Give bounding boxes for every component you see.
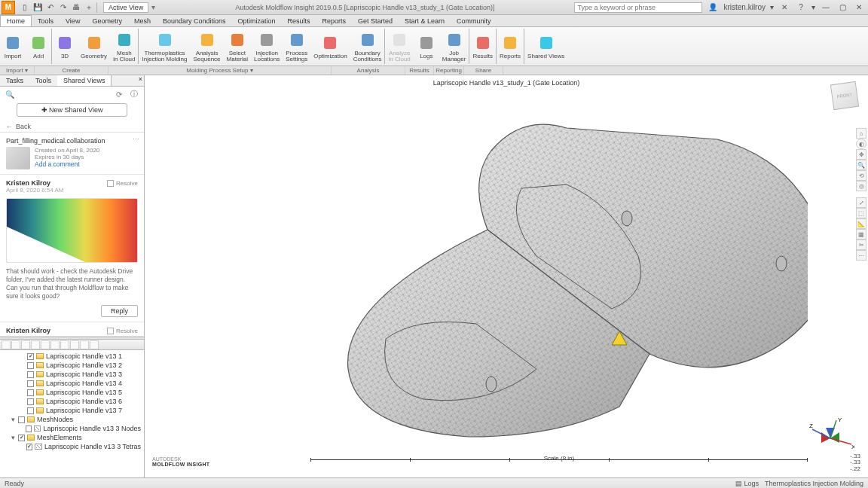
ribbon-logs-button[interactable]: Logs xyxy=(414,27,439,66)
tree-row[interactable]: Lapriscopic Handle v13 7 xyxy=(3,406,141,415)
wheel-icon[interactable]: ◐ xyxy=(856,139,866,149)
exchange-icon[interactable]: ✕ xyxy=(778,2,790,14)
menu-tab-view[interactable]: View xyxy=(60,15,86,26)
ribbon-bound-button[interactable]: BoundaryConditions xyxy=(350,27,385,66)
layer-checkbox[interactable]: ✔ xyxy=(27,353,34,360)
menu-tab-tools[interactable]: Tools xyxy=(32,15,60,26)
user-chevron-icon[interactable]: ▾ xyxy=(770,3,774,11)
tree-row[interactable]: ✔Lapriscopic Handle v13 1 xyxy=(3,352,141,361)
panel-tab-tasks[interactable]: Tasks xyxy=(0,75,29,86)
layer-tool-1[interactable] xyxy=(11,340,20,349)
zoom-icon[interactable]: 🔍 xyxy=(856,160,866,170)
ribbon-proc-button[interactable]: ProcessSettings xyxy=(283,27,310,66)
tree-row[interactable]: ▾MeshNodes xyxy=(3,415,141,424)
shared-view-item[interactable]: ⋯ Part_filling_medical.collaboration Cre… xyxy=(0,133,144,175)
close-icon[interactable]: ✕ xyxy=(853,2,865,14)
panel-close-icon[interactable]: × xyxy=(139,75,142,83)
signin-icon[interactable]: 👤 xyxy=(707,2,719,14)
plus-icon[interactable]: ＋ xyxy=(84,2,94,13)
layer-tool-3[interactable] xyxy=(31,340,40,349)
ribbon-group-results[interactable]: Results xyxy=(405,66,434,75)
layer-tool-7[interactable] xyxy=(70,340,79,349)
layer-tool-8[interactable] xyxy=(80,340,89,349)
add-comment-link[interactable]: Add a comment xyxy=(35,160,80,168)
menu-tab-reports[interactable]: Reports xyxy=(316,15,353,26)
tree-row[interactable]: Lapriscopic Handle v13 3 xyxy=(3,370,141,379)
tree-row[interactable]: ✔Lapriscopic Handle v13 3 Tetras xyxy=(3,442,141,451)
ribbon-group-analysis[interactable]: Analysis xyxy=(332,66,405,75)
menu-tab-boundary-conditions[interactable]: Boundary Conditions xyxy=(157,15,232,26)
menu-tab-results[interactable]: Results xyxy=(282,15,316,26)
pan-icon[interactable]: ✥ xyxy=(856,149,866,160)
username-label[interactable]: kristen.kilroy xyxy=(723,3,766,11)
active-view-selector[interactable]: Active View xyxy=(103,2,148,13)
redo-icon[interactable]: ↷ xyxy=(58,2,69,13)
menu-tab-community[interactable]: Community xyxy=(451,15,497,26)
reply-button[interactable]: Reply xyxy=(101,305,138,317)
zoom-window-icon[interactable]: ⬚ xyxy=(856,208,866,218)
info-icon[interactable]: ⓘ xyxy=(129,89,139,99)
maximize-icon[interactable]: ▢ xyxy=(836,2,848,14)
back-button[interactable]: ← Back xyxy=(0,121,144,133)
minimize-icon[interactable]: — xyxy=(820,2,832,14)
tree-row[interactable]: Lapriscopic Handle v13 4 xyxy=(3,379,141,388)
ribbon-3d-button[interactable]: 3D xyxy=(52,27,78,66)
menu-tab-geometry[interactable]: Geometry xyxy=(86,15,128,26)
zoom-extents-icon[interactable]: ⤢ xyxy=(856,197,866,208)
clip-icon[interactable]: ✂ xyxy=(856,239,866,250)
ribbon-reports-button[interactable]: Reports xyxy=(497,27,524,66)
open-icon[interactable]: ▯ xyxy=(20,2,30,13)
layer-checkbox[interactable] xyxy=(27,371,34,378)
measure-icon[interactable]: 📐 xyxy=(856,218,866,229)
resolve-toggle[interactable]: Resolve xyxy=(107,180,138,187)
view-more-icon[interactable]: ⋯ xyxy=(856,250,866,261)
layer-tool-2[interactable] xyxy=(21,340,30,349)
item-menu-icon[interactable]: ⋯ xyxy=(133,136,139,143)
layer-tool-5[interactable] xyxy=(50,340,60,349)
menu-tab-start-learn[interactable]: Start & Learn xyxy=(399,15,451,26)
section-icon[interactable]: ▦ xyxy=(856,229,866,239)
tree-row[interactable]: Lapriscopic Handle v13 5 xyxy=(3,388,141,397)
ribbon-add-button[interactable]: Add xyxy=(26,27,51,66)
save-icon[interactable]: 💾 xyxy=(32,2,43,13)
ribbon-meshcloud-button[interactable]: Meshin Cloud xyxy=(110,27,138,66)
orbit-icon[interactable]: ⟲ xyxy=(856,170,866,181)
layer-checkbox[interactable] xyxy=(27,380,34,387)
ribbon-import-button[interactable]: Import xyxy=(0,27,26,66)
ribbon-group-share[interactable]: Share xyxy=(464,66,503,75)
ribbon-results-button[interactable]: Results xyxy=(469,27,496,66)
ribbon-shared-button[interactable]: Shared Views xyxy=(524,27,567,66)
ribbon-seq-button[interactable]: AnalysisSequence xyxy=(191,27,224,66)
ribbon-inj-button[interactable]: InjectionLocations xyxy=(251,27,283,66)
layer-checkbox[interactable]: ✔ xyxy=(26,444,33,450)
ribbon-opt-button[interactable]: Optimization xyxy=(310,27,350,66)
tree-row[interactable]: Lapriscopic Handle v13 3 Nodes xyxy=(3,424,141,433)
layer-tool-6[interactable] xyxy=(60,340,69,349)
ribbon-geometry-button[interactable]: Geometry xyxy=(78,27,110,66)
help-chevron-icon[interactable]: ▾ xyxy=(811,3,815,11)
viewport[interactable]: Lapriscopic Handle v13_study_1 (Gate Loc… xyxy=(145,75,868,488)
undo-icon[interactable]: ↶ xyxy=(45,2,56,13)
panel-tab-shared-views[interactable]: Shared Views xyxy=(57,75,112,86)
search-icon[interactable]: 🔍 xyxy=(5,89,15,99)
tree-row[interactable]: ▾✔MeshElements xyxy=(3,433,141,442)
layer-checkbox[interactable] xyxy=(27,398,34,405)
ribbon-group-molding-process-setup-[interactable]: Molding Process Setup ▾ xyxy=(108,66,332,75)
ribbon-jobmgr-button[interactable]: JobManager xyxy=(439,27,469,66)
layer-checkbox[interactable]: ✔ xyxy=(18,435,25,441)
view-cube[interactable] xyxy=(830,81,859,110)
refresh-icon[interactable]: ⟳ xyxy=(114,89,124,99)
menu-tab-mesh[interactable]: Mesh xyxy=(128,15,157,26)
menu-tab-get-started[interactable]: Get Started xyxy=(352,15,399,26)
tree-row[interactable]: Lapriscopic Handle v13 6 xyxy=(3,397,141,406)
status-logs[interactable]: ▤ Logs xyxy=(735,480,759,487)
ribbon-group-import-[interactable]: Import ▾ xyxy=(0,66,35,75)
menu-tab-home[interactable]: Home xyxy=(0,15,32,26)
ribbon-group-reporting[interactable]: Reporting xyxy=(434,66,464,75)
tree-row[interactable]: Lapriscopic Handle v13 2 xyxy=(3,361,141,370)
lookat-icon[interactable]: ◎ xyxy=(856,181,866,191)
ribbon-thermo-button[interactable]: ThermoplasticsInjection Molding xyxy=(139,27,190,66)
layer-checkbox[interactable] xyxy=(27,389,34,396)
layer-checkbox[interactable] xyxy=(27,362,34,369)
layer-checkbox[interactable] xyxy=(27,407,34,414)
